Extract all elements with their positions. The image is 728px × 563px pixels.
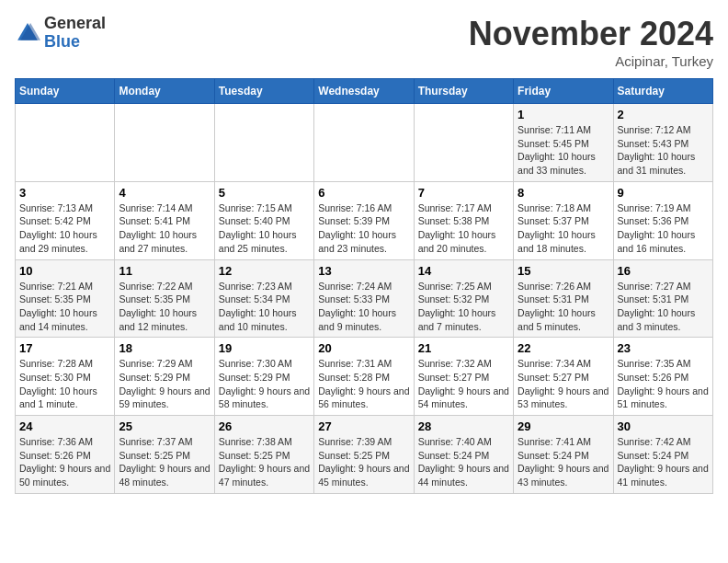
location-title: Acipinar, Turkey: [469, 53, 713, 69]
day-cell: 3Sunrise: 7:13 AM Sunset: 5:42 PM Daylig…: [16, 181, 115, 259]
day-number: 24: [19, 419, 110, 433]
day-number: 7: [418, 186, 509, 200]
day-number: 30: [618, 419, 709, 433]
day-cell: 29Sunrise: 7:41 AM Sunset: 5:24 PM Dayli…: [514, 416, 613, 494]
day-number: 9: [618, 186, 709, 200]
day-number: 8: [518, 186, 609, 200]
day-info: Sunrise: 7:34 AM Sunset: 5:27 PM Dayligh…: [518, 357, 609, 411]
day-cell: [115, 104, 214, 182]
logo: General Blue: [15, 15, 106, 52]
day-number: 29: [518, 419, 609, 433]
day-info: Sunrise: 7:23 AM Sunset: 5:34 PM Dayligh…: [219, 280, 310, 334]
day-cell: 12Sunrise: 7:23 AM Sunset: 5:34 PM Dayli…: [214, 259, 313, 338]
day-cell: 17Sunrise: 7:28 AM Sunset: 5:30 PM Dayli…: [16, 338, 115, 416]
day-number: 14: [418, 264, 509, 278]
header-day-monday: Monday: [115, 79, 214, 104]
day-cell: 30Sunrise: 7:42 AM Sunset: 5:24 PM Dayli…: [613, 416, 712, 494]
day-info: Sunrise: 7:29 AM Sunset: 5:29 PM Dayligh…: [119, 357, 210, 411]
week-row-1: 1Sunrise: 7:11 AM Sunset: 5:45 PM Daylig…: [16, 104, 713, 182]
day-cell: 18Sunrise: 7:29 AM Sunset: 5:29 PM Dayli…: [115, 338, 214, 416]
day-number: 20: [318, 341, 409, 355]
day-info: Sunrise: 7:31 AM Sunset: 5:28 PM Dayligh…: [318, 357, 409, 411]
day-number: 25: [119, 419, 210, 433]
day-number: 26: [219, 419, 310, 433]
day-info: Sunrise: 7:36 AM Sunset: 5:26 PM Dayligh…: [19, 435, 110, 489]
day-number: 1: [518, 108, 609, 121]
day-info: Sunrise: 7:25 AM Sunset: 5:32 PM Dayligh…: [418, 280, 509, 334]
day-cell: 20Sunrise: 7:31 AM Sunset: 5:28 PM Dayli…: [314, 338, 414, 416]
day-info: Sunrise: 7:15 AM Sunset: 5:40 PM Dayligh…: [219, 201, 310, 256]
logo-icon: [15, 20, 40, 46]
day-cell: [214, 104, 313, 182]
day-number: 4: [119, 186, 210, 200]
header-day-friday: Friday: [514, 79, 613, 104]
day-cell: 11Sunrise: 7:22 AM Sunset: 5:35 PM Dayli…: [115, 259, 214, 338]
header-day-sunday: Sunday: [16, 79, 115, 104]
day-info: Sunrise: 7:27 AM Sunset: 5:31 PM Dayligh…: [618, 280, 709, 334]
day-cell: 26Sunrise: 7:38 AM Sunset: 5:25 PM Dayli…: [214, 416, 313, 494]
day-cell: 23Sunrise: 7:35 AM Sunset: 5:26 PM Dayli…: [613, 338, 712, 416]
day-number: 6: [318, 186, 409, 200]
day-number: 15: [518, 264, 609, 278]
day-info: Sunrise: 7:14 AM Sunset: 5:41 PM Dayligh…: [119, 201, 210, 256]
header-day-thursday: Thursday: [414, 79, 513, 104]
day-cell: 22Sunrise: 7:34 AM Sunset: 5:27 PM Dayli…: [514, 338, 613, 416]
day-info: Sunrise: 7:32 AM Sunset: 5:27 PM Dayligh…: [418, 357, 509, 411]
day-info: Sunrise: 7:21 AM Sunset: 5:35 PM Dayligh…: [19, 280, 110, 334]
day-info: Sunrise: 7:35 AM Sunset: 5:26 PM Dayligh…: [618, 357, 709, 411]
day-cell: 21Sunrise: 7:32 AM Sunset: 5:27 PM Dayli…: [414, 338, 513, 416]
day-number: 2: [618, 108, 709, 121]
logo-blue-text: Blue: [44, 32, 80, 51]
calendar-body: 1Sunrise: 7:11 AM Sunset: 5:45 PM Daylig…: [16, 104, 713, 494]
day-cell: 7Sunrise: 7:17 AM Sunset: 5:38 PM Daylig…: [414, 181, 513, 259]
day-cell: [314, 104, 414, 182]
day-number: 3: [19, 186, 110, 200]
day-number: 28: [418, 419, 509, 433]
day-cell: 5Sunrise: 7:15 AM Sunset: 5:40 PM Daylig…: [214, 181, 313, 259]
calendar-table: SundayMondayTuesdayWednesdayThursdayFrid…: [15, 78, 713, 494]
day-cell: 9Sunrise: 7:19 AM Sunset: 5:36 PM Daylig…: [613, 181, 712, 259]
title-block: November 2024 Acipinar, Turkey: [469, 15, 713, 69]
day-cell: 15Sunrise: 7:26 AM Sunset: 5:31 PM Dayli…: [514, 259, 613, 338]
day-number: 22: [518, 341, 609, 355]
day-number: 19: [219, 341, 310, 355]
week-row-4: 17Sunrise: 7:28 AM Sunset: 5:30 PM Dayli…: [16, 338, 713, 416]
day-info: Sunrise: 7:13 AM Sunset: 5:42 PM Dayligh…: [19, 201, 110, 256]
day-number: 5: [219, 186, 310, 200]
day-info: Sunrise: 7:40 AM Sunset: 5:24 PM Dayligh…: [418, 435, 509, 489]
day-number: 21: [418, 341, 509, 355]
day-number: 12: [219, 264, 310, 278]
day-info: Sunrise: 7:16 AM Sunset: 5:39 PM Dayligh…: [318, 201, 409, 256]
calendar-header: SundayMondayTuesdayWednesdayThursdayFrid…: [16, 79, 713, 104]
day-info: Sunrise: 7:39 AM Sunset: 5:25 PM Dayligh…: [318, 435, 409, 489]
day-info: Sunrise: 7:18 AM Sunset: 5:37 PM Dayligh…: [518, 201, 609, 256]
day-cell: 24Sunrise: 7:36 AM Sunset: 5:26 PM Dayli…: [16, 416, 115, 494]
day-cell: [16, 104, 115, 182]
day-info: Sunrise: 7:17 AM Sunset: 5:38 PM Dayligh…: [418, 201, 509, 256]
day-cell: 1Sunrise: 7:11 AM Sunset: 5:45 PM Daylig…: [514, 104, 613, 182]
week-row-2: 3Sunrise: 7:13 AM Sunset: 5:42 PM Daylig…: [16, 181, 713, 259]
week-row-3: 10Sunrise: 7:21 AM Sunset: 5:35 PM Dayli…: [16, 259, 713, 338]
day-cell: 8Sunrise: 7:18 AM Sunset: 5:37 PM Daylig…: [514, 181, 613, 259]
day-info: Sunrise: 7:24 AM Sunset: 5:33 PM Dayligh…: [318, 280, 409, 334]
day-cell: 13Sunrise: 7:24 AM Sunset: 5:33 PM Dayli…: [314, 259, 414, 338]
day-cell: 10Sunrise: 7:21 AM Sunset: 5:35 PM Dayli…: [16, 259, 115, 338]
day-cell: 4Sunrise: 7:14 AM Sunset: 5:41 PM Daylig…: [115, 181, 214, 259]
day-info: Sunrise: 7:26 AM Sunset: 5:31 PM Dayligh…: [518, 280, 609, 334]
day-number: 10: [19, 264, 110, 278]
day-info: Sunrise: 7:11 AM Sunset: 5:45 PM Dayligh…: [518, 123, 609, 178]
day-info: Sunrise: 7:28 AM Sunset: 5:30 PM Dayligh…: [19, 357, 110, 411]
day-cell: 19Sunrise: 7:30 AM Sunset: 5:29 PM Dayli…: [214, 338, 313, 416]
day-number: 17: [19, 341, 110, 355]
day-number: 27: [318, 419, 409, 433]
logo-general-text: General: [44, 14, 106, 32]
day-number: 23: [618, 341, 709, 355]
day-cell: [414, 104, 513, 182]
day-info: Sunrise: 7:22 AM Sunset: 5:35 PM Dayligh…: [119, 280, 210, 334]
day-cell: 16Sunrise: 7:27 AM Sunset: 5:31 PM Dayli…: [613, 259, 712, 338]
day-info: Sunrise: 7:19 AM Sunset: 5:36 PM Dayligh…: [618, 201, 709, 256]
day-cell: 28Sunrise: 7:40 AM Sunset: 5:24 PM Dayli…: [414, 416, 513, 494]
day-number: 16: [618, 264, 709, 278]
week-row-5: 24Sunrise: 7:36 AM Sunset: 5:26 PM Dayli…: [16, 416, 713, 494]
header-row: SundayMondayTuesdayWednesdayThursdayFrid…: [16, 79, 713, 104]
